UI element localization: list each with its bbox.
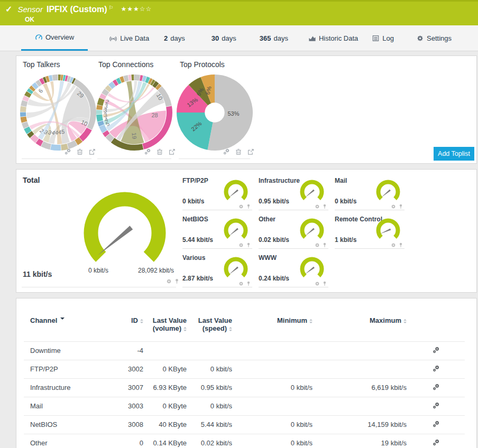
cell-min: 0 kbit/s	[232, 434, 312, 448]
channel-settings-icon[interactable]	[432, 422, 440, 430]
cell-id: -4	[108, 341, 143, 360]
svg-text:28: 28	[151, 112, 158, 118]
tab-historic-data[interactable]: Historic Data	[303, 25, 363, 51]
channel-settings-icon[interactable]	[432, 403, 440, 411]
toplist-title: Top Connections	[98, 60, 153, 69]
channel-gauge-infrastructure: Infrastructure0.95 kbit/s	[259, 174, 332, 210]
toplist-open-icon[interactable]	[247, 148, 254, 157]
channel-gauge-value: 0.95 kbit/s	[259, 198, 289, 205]
priority-stars[interactable]: ★★★☆☆	[121, 5, 152, 13]
toplist-settings-icon[interactable]	[64, 148, 71, 157]
column-header-volume[interactable]: Last Value(volume)	[143, 309, 187, 341]
tab-live-data[interactable]: Live Data	[104, 25, 154, 51]
svg-text:5: 5	[61, 128, 65, 135]
sort-arrows-icon	[140, 318, 143, 325]
sensor-kind-label: Sensor	[17, 5, 43, 14]
toplist-chart-top-protocols[interactable]: 53%22%13%6%6%	[175, 73, 254, 154]
status-check-icon: ✓	[5, 4, 12, 14]
toplist-delete-icon[interactable]	[235, 148, 242, 157]
tab-30-days[interactable]: 30days	[206, 25, 242, 51]
priority-flag-icon[interactable]: ⚐	[109, 5, 114, 11]
add-toplist-button[interactable]: Add Toplist	[434, 147, 474, 161]
column-header-speed[interactable]: Last Value(speed)	[187, 309, 232, 341]
channel-gauge-value: 5.44 kbit/s	[182, 236, 213, 244]
channel-gauge-www: WWW0.24 kbit/s	[259, 251, 332, 287]
channel-gauge-value: 0.02 kbit/s	[259, 236, 289, 244]
cell-speed: 0.02 kbit/s	[187, 434, 232, 448]
toplist-open-icon[interactable]	[168, 148, 176, 157]
column-header-max[interactable]: Maximum	[312, 309, 407, 341]
channel-settings-icon[interactable]	[432, 440, 440, 448]
channel-gauge-value: 0 kbit/s	[335, 198, 356, 205]
cell-volume: 40 KByte	[143, 415, 187, 434]
cell-speed: 0 kbit/s	[187, 397, 232, 415]
channel-settings-icon[interactable]	[432, 348, 440, 356]
toplist-delete-icon[interactable]	[76, 148, 84, 157]
total-gauge-value: 11 kbit/s	[23, 270, 52, 278]
channel-row-mail[interactable]: Mail30030 KByte0 kbit/s	[24, 397, 465, 415]
cell-max: 6,619 kbit/s	[312, 378, 407, 397]
channel-gauge-label: Mail	[335, 177, 347, 184]
cell-max	[312, 360, 407, 378]
cell-min: 0 kbit/s	[232, 378, 312, 397]
channel-settings-icon[interactable]	[432, 385, 440, 393]
historic-icon	[308, 34, 316, 42]
toplist-title: Top Talkers	[23, 60, 60, 69]
cell-volume	[143, 341, 187, 360]
settings-icon	[416, 34, 424, 42]
cell-channel: Downtime	[24, 341, 108, 360]
toplist-delete-icon[interactable]	[156, 148, 163, 157]
channel-gauge-remote-control: Remote Control1 kbit/s	[335, 213, 408, 249]
tab-number: 365	[260, 34, 271, 42]
cell-volume: 6.93 KByte	[143, 378, 187, 397]
channel-row-downtime[interactable]: Downtime-4	[24, 341, 465, 360]
channel-settings-icon[interactable]	[432, 366, 440, 374]
toplist-settings-icon[interactable]	[144, 148, 151, 157]
toplist-title: Top Protocols	[180, 60, 225, 69]
total-gauge-min-label: 0 kbit/s	[77, 267, 120, 274]
column-header-min[interactable]: Minimum	[232, 309, 312, 341]
channel-gauge-other: Other0.02 kbit/s	[259, 213, 332, 249]
channel-gauge-label: NetBIOS	[182, 216, 208, 223]
channel-row-netbios[interactable]: NetBIOS300840 KByte5.44 kbit/s0 kbit/s14…	[24, 415, 465, 434]
channel-row-ftp-p2p[interactable]: FTP/P2P30020 KByte0 kbit/s	[24, 360, 465, 378]
column-header-channel[interactable]: Channel	[24, 309, 108, 341]
toplist-settings-icon[interactable]	[223, 148, 230, 157]
cell-volume: 0.14 KByte	[143, 434, 187, 448]
sensor-overview-page: ✓ Sensor IPFIX (Custom) ⚐ ★★★☆☆ OK Overv…	[0, 0, 478, 448]
channel-gauge-label: Other	[259, 216, 275, 223]
tab-settings[interactable]: Settings	[411, 25, 457, 51]
channel-row-other[interactable]: Other00.14 KByte0.02 kbit/s0 kbit/s19 kb…	[24, 434, 465, 448]
channel-row-infrastructure[interactable]: Infrastructure30076.93 KByte0.95 kbit/s0…	[24, 378, 465, 397]
tab-2-days[interactable]: 2days	[159, 25, 190, 51]
cell-speed: 0 kbit/s	[187, 360, 232, 378]
toplist-chart-top-talkers[interactable]: 629102334445	[19, 73, 98, 154]
channels-table-panel: ChannelIDLast Value(volume)Last Value(sp…	[16, 298, 477, 448]
sort-arrows-icon	[183, 325, 187, 333]
tab-number: 2	[164, 34, 168, 42]
cell-id: 3003	[108, 397, 143, 415]
sort-arrows-icon	[403, 318, 407, 325]
gauge-pin-icon[interactable]	[174, 277, 180, 286]
column-header-id[interactable]: ID	[108, 309, 143, 341]
column-header-gear	[407, 309, 465, 341]
cell-min	[232, 341, 312, 360]
tab-label: days	[170, 34, 185, 42]
cell-min	[232, 360, 312, 378]
tab-log[interactable]: Log	[366, 25, 399, 51]
tab-label: days	[222, 34, 236, 42]
toplist-chart-top-connections[interactable]: 102819233345	[95, 73, 174, 154]
tab-365-days[interactable]: 365days	[254, 25, 293, 51]
tab-label: Live Data	[120, 34, 149, 42]
tab-overview[interactable]: Overview	[21, 25, 88, 51]
channel-gauge-netbios: NetBIOS5.44 kbit/s	[182, 213, 255, 249]
tab-number: 30	[212, 34, 219, 42]
cell-max	[312, 397, 407, 415]
cell-channel: NetBIOS	[24, 415, 108, 434]
cell-volume: 0 KByte	[143, 360, 187, 378]
gauge-settings-icon[interactable]	[166, 277, 172, 286]
overview-icon	[35, 33, 43, 41]
cell-volume: 0 KByte	[143, 397, 187, 415]
cell-min	[232, 397, 312, 415]
tab-label: Log	[382, 34, 394, 42]
